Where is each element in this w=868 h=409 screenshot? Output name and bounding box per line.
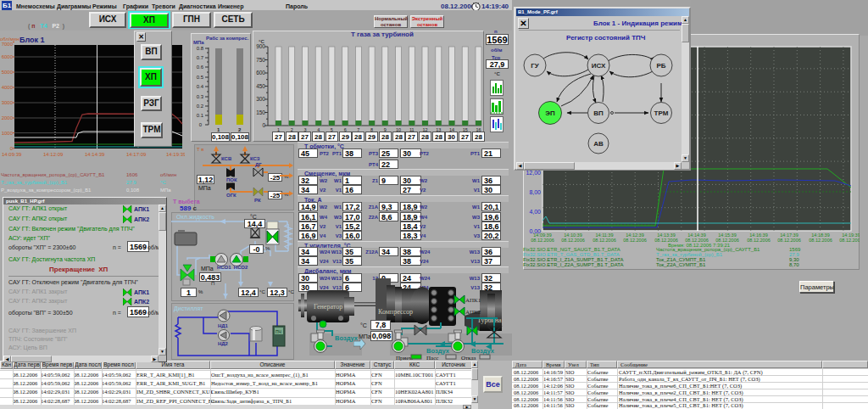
svg-text:8,70: 8,70	[789, 262, 799, 267]
svg-text:Генератор: Генератор	[314, 303, 342, 311]
svg-text:0.5: 0.5	[197, 75, 204, 80]
svg-text:ПОК: ПОК	[226, 177, 237, 182]
svg-text:Отказ: Отказ	[461, 355, 476, 361]
svg-text:0.7: 0.7	[197, 55, 204, 60]
svg-text:7000: 7000	[2, 42, 14, 47]
svg-text:КСВ: КСВ	[221, 156, 232, 161]
svg-text:ПЧ: ПЧ	[275, 329, 281, 334]
svg-text:0.4: 0.4	[197, 84, 204, 89]
svg-text:08.12.2006: 08.12.2006	[747, 238, 771, 243]
svg-text:ТРМ: ТРМ	[654, 109, 669, 117]
svg-text:08.12.2006: 08.12.2006	[531, 238, 554, 243]
svg-text:14:14:39: 14:14:39	[85, 152, 105, 157]
svg-text:НД2: НД2	[218, 341, 229, 346]
svg-text:ВП: ВП	[593, 109, 604, 117]
svg-text:Компрессор: Компрессор	[378, 308, 413, 316]
svg-text:450: 450	[256, 83, 265, 89]
svg-text:14:17:09: 14:17:09	[126, 152, 147, 157]
svg-text:Ток_Z2А_СУМПТ_Б1: Ток_Z2А_СУМПТ_Б1	[656, 262, 706, 267]
svg-text:4000: 4000	[2, 85, 14, 90]
svg-text:600: 600	[256, 70, 265, 76]
svg-text:АПК1: АПК1	[465, 297, 481, 304]
svg-text:08.12.2006: 08.12.2006	[777, 238, 801, 243]
svg-text:900: 900	[256, 43, 265, 49]
svg-text:Т в: Т в	[197, 147, 204, 152]
svg-text:0.6: 0.6	[197, 64, 204, 70]
svg-text:8,00: 8,00	[529, 189, 541, 195]
svg-text:6000: 6000	[2, 54, 14, 59]
svg-text:Воздух: Воздух	[471, 347, 495, 355]
svg-text:14:12:09: 14:12:09	[43, 152, 64, 157]
svg-text:Fix32.SIO.ETR_I_Z2A_SUMPT_B1.T: Fix32.SIO.ETR_I_Z2A_SUMPT_B1.T_DATA	[523, 262, 623, 267]
svg-text:14:19:39: 14:19:39	[166, 152, 185, 157]
svg-text:Пасс: Пасс	[426, 355, 438, 361]
svg-text:4,00: 4,00	[529, 209, 541, 215]
svg-text:РК: РК	[254, 198, 261, 203]
svg-text:08.12.2006: 08.12.2006	[623, 238, 647, 243]
svg-text:08.12.2006: 08.12.2006	[809, 238, 832, 243]
svg-text:14:09:39: 14:09:39	[2, 152, 22, 157]
svg-text:300: 300	[256, 96, 265, 102]
svg-text:750: 750	[256, 57, 265, 63]
svg-text:РБ: РБ	[656, 62, 665, 70]
svg-text:ДГ: ДГ	[255, 162, 262, 167]
svg-text:0.8: 0.8	[197, 46, 204, 51]
svg-text:0.2: 0.2	[197, 104, 204, 109]
svg-text:08.12.2006: 08.12.2006	[839, 238, 860, 243]
svg-text:0.1: 0.1	[197, 113, 204, 118]
svg-text:5000: 5000	[2, 70, 14, 75]
svg-text:Воздух: Воздух	[426, 347, 450, 355]
svg-text:ГУ: ГУ	[531, 62, 540, 70]
svg-text:2000: 2000	[2, 115, 14, 120]
svg-text:0.3: 0.3	[197, 94, 204, 99]
svg-text:08.12.2006: 08.12.2006	[561, 238, 585, 243]
svg-text:3000: 3000	[2, 100, 14, 105]
svg-text:НД1: НД1	[218, 323, 229, 328]
svg-text:ОГК: ОГК	[226, 193, 236, 198]
svg-text:АВ: АВ	[593, 140, 604, 148]
svg-text:ЭП: ЭП	[545, 109, 555, 117]
svg-text:ИСХ: ИСХ	[592, 62, 606, 70]
svg-text:0: 0	[199, 122, 203, 127]
svg-text:КСЗ: КСЗ	[250, 156, 260, 161]
svg-text:12,00: 12,00	[526, 170, 541, 176]
svg-text:1000: 1000	[2, 131, 14, 136]
svg-text:150: 150	[256, 109, 265, 115]
svg-text:08.12.2006: 08.12.2006	[593, 238, 616, 243]
svg-text:Прием: Прием	[396, 355, 413, 361]
svg-text:АПК2: АПК2	[465, 309, 481, 316]
